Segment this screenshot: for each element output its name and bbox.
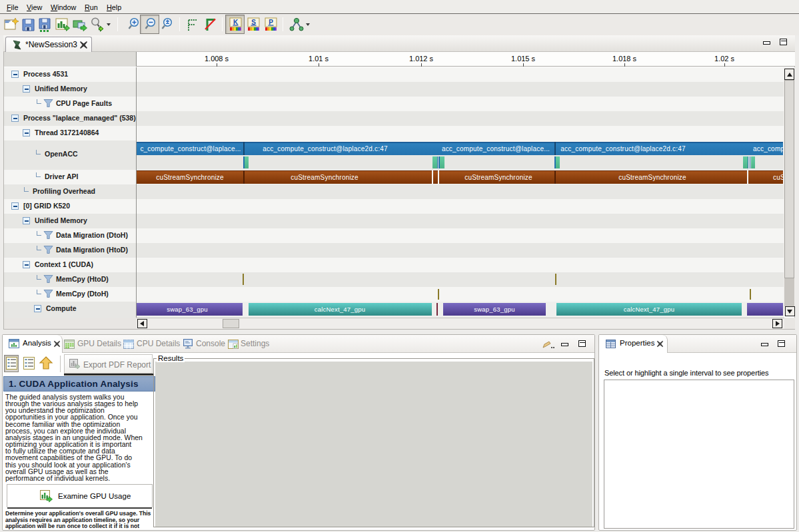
svg-text:S: S bbox=[251, 19, 256, 26]
svg-text:K: K bbox=[233, 19, 239, 26]
svg-text:P: P bbox=[269, 19, 273, 26]
